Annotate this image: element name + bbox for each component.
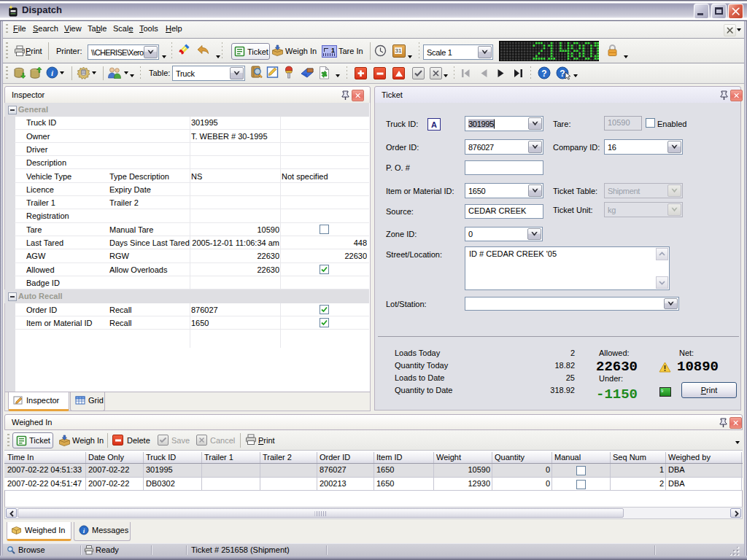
svg-text:?: ? (541, 69, 546, 79)
svg-text:?: ? (560, 69, 565, 79)
